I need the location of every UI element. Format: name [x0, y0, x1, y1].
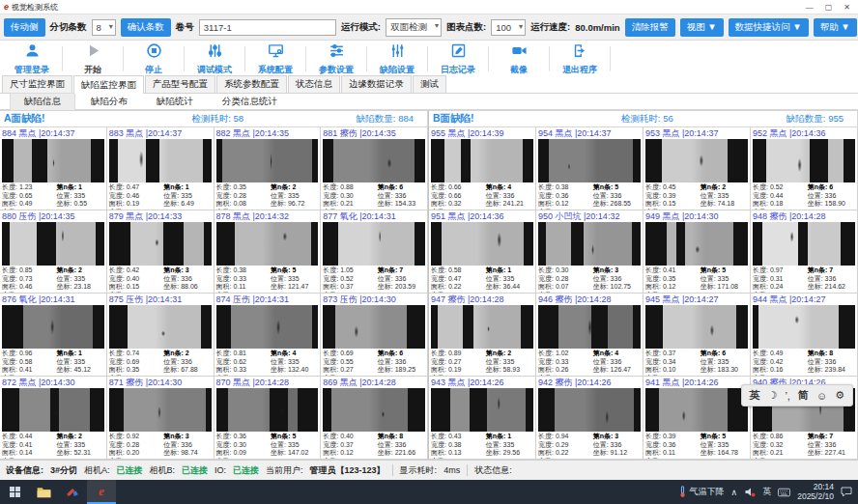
slit-count-select[interactable]: 8	[92, 19, 116, 36]
action-defect-settings-button[interactable]: 缺陷设置	[367, 42, 427, 76]
defect-panel-a: A面缺陷!检测耗时: 58缺陷数量: 884884 黑点 |20:14:37长度…	[0, 110, 429, 460]
defect-cell[interactable]: 884 黑点 |20:14:37长度: 1.23宽度: 0.65面积: 0.49…	[0, 127, 107, 210]
defect-cell[interactable]: 953 黑点 |20:14:37长度: 0.45宽度: 0.39面积: 0.15…	[644, 127, 751, 210]
taskbar-clock[interactable]: 20:14 2025/2/10	[797, 483, 834, 501]
action-stop-button[interactable]: 停止	[124, 42, 184, 76]
defect-cell[interactable]: 871 擦伤 |20:14:30长度: 0.92宽度: 0.28面积: 0.20…	[107, 377, 214, 460]
defect-meta: 长度: 0.35宽度: 0.28面积: 0.08米数: 0.37第n条: 2位置…	[216, 182, 319, 210]
subtab-2[interactable]: 缺陷统计	[143, 94, 207, 110]
defect-cell[interactable]: 943 黑点 |20:14:26长度: 0.43宽度: 0.38面积: 0.13…	[429, 377, 536, 460]
subtab-1[interactable]: 缺陷分布	[77, 94, 141, 110]
defect-meta: 长度: 0.44宽度: 0.41面积: 0.14米数: 0.35第n条: 2位置…	[2, 432, 104, 460]
defect-cell[interactable]: 873 压伤 |20:14:30长度: 0.69宽度: 0.55面积: 0.27…	[321, 294, 428, 377]
panel-title: B面缺陷!	[433, 112, 474, 126]
clear-alarm-button[interactable]: 清除报警	[625, 18, 675, 37]
defect-cell[interactable]: 952 黑点 |20:14:36长度: 0.52宽度: 0.44面积: 0.18…	[751, 127, 858, 210]
defect-cell[interactable]: 949 黑点 |20:14:30长度: 0.41宽度: 0.35面积: 0.12…	[644, 210, 751, 294]
defect-cell[interactable]: 944 黑点 |20:14:27长度: 0.49宽度: 0.42面积: 0.16…	[751, 294, 858, 377]
defect-cell[interactable]: 877 氧化 |20:14:31长度: 1.05宽度: 0.52面积: 0.37…	[321, 210, 428, 294]
ime-language-toggle[interactable]: 英	[750, 388, 760, 403]
meta-col-2: 第n条: 6位置: 336坐标: 154.33	[378, 183, 425, 210]
defect-cell[interactable]: 954 黑点 |20:14:37长度: 0.38宽度: 0.36面积: 0.12…	[536, 127, 644, 210]
pinned-app-icon[interactable]	[58, 480, 87, 504]
roll-number-input[interactable]	[199, 19, 336, 36]
ime-language-indicator[interactable]: 英	[762, 486, 771, 498]
action-log-button[interactable]: 日志记录	[428, 42, 488, 76]
roll-number-label: 卷号	[176, 21, 194, 34]
ime-fullhalf-moon-icon[interactable]: ☽	[768, 389, 778, 402]
meta-strip: 第n条: 1	[163, 183, 211, 192]
action-center-icon[interactable]	[841, 487, 852, 497]
tab-3[interactable]: 系统参数配置	[216, 75, 287, 93]
action-play-button[interactable]: 开始	[63, 42, 123, 76]
defect-cell[interactable]: 882 黑点 |20:14:35长度: 0.35宽度: 0.28面积: 0.08…	[214, 127, 322, 210]
defect-cell[interactable]: 955 黑点 |20:14:39长度: 0.66宽度: 0.66面积: 0.32…	[429, 127, 536, 210]
defect-thumbnail	[323, 305, 425, 349]
defect-cell[interactable]: 874 压伤 |20:14:31长度: 0.81宽度: 0.62面积: 0.33…	[214, 294, 322, 377]
defect-cell[interactable]: 881 擦伤 |20:14:35长度: 0.88宽度: 0.30面积: 0.21…	[321, 127, 428, 210]
run-mode-select[interactable]: 双面检测	[386, 18, 442, 37]
defect-cell[interactable]: 946 擦伤 |20:14:28长度: 1.02宽度: 0.33面积: 0.26…	[536, 294, 644, 377]
defect-cell[interactable]: 870 黑点 |20:14:28长度: 0.36宽度: 0.30面积: 0.09…	[214, 377, 322, 460]
tab-0[interactable]: 尺寸监控界面	[2, 75, 72, 93]
meta-length: 长度: 0.81	[216, 350, 272, 358]
defect-cell[interactable]: 948 擦伤 |20:14:28长度: 0.97宽度: 0.31面积: 0.24…	[751, 210, 858, 294]
meta-length: 长度: 0.88	[323, 183, 378, 192]
defect-cell[interactable]: 878 黑点 |20:14:32长度: 0.38宽度: 0.33面积: 0.11…	[214, 210, 322, 294]
tab-2[interactable]: 产品型号配置	[145, 75, 215, 93]
defect-cell[interactable]: 951 黑点 |20:14:36长度: 0.58宽度: 0.47面积: 0.22…	[429, 210, 536, 294]
defect-cell[interactable]: 875 压伤 |20:14:31长度: 0.74宽度: 0.69面积: 0.35…	[107, 294, 214, 377]
action-monitor-button[interactable]: 系统配置	[245, 42, 305, 76]
ime-simplified-toggle[interactable]: 简	[798, 388, 809, 403]
weather-tray-item[interactable]: 气温下降	[678, 486, 725, 498]
ime-emoji-icon[interactable]: ☺	[816, 390, 827, 402]
defect-cell[interactable]: 942 擦伤 |20:14:26长度: 0.94宽度: 0.29面积: 0.22…	[536, 377, 644, 460]
defect-cell[interactable]: 883 黑点 |20:14:37长度: 0.47宽度: 0.46面积: 0.19…	[107, 127, 214, 210]
file-explorer-icon[interactable]	[29, 480, 58, 504]
action-user-button[interactable]: 管理登录	[2, 42, 62, 76]
defect-cell-header: 946 擦伤 |20:14:28	[538, 294, 641, 305]
defect-cell[interactable]: 880 压伤 |20:14:35长度: 0.85宽度: 0.73面积: 0.46…	[0, 210, 107, 294]
subtab-0[interactable]: 缺陷信息	[10, 93, 75, 111]
action-camera-button[interactable]: 截像	[489, 42, 549, 76]
defect-cell[interactable]: 947 擦伤 |20:14:28长度: 0.89宽度: 0.27面积: 0.19…	[429, 294, 536, 377]
play-icon	[85, 42, 101, 63]
data-quick-access-menu-button[interactable]: 数据快捷访问 ▼	[729, 18, 809, 37]
chart-points-select[interactable]: 100	[491, 19, 526, 36]
action-params-button[interactable]: 参数设置	[306, 42, 366, 76]
confirm-count-button[interactable]: 确认条数	[121, 18, 171, 37]
action-debug-button[interactable]: 调试模式	[185, 42, 244, 76]
defect-cell[interactable]: 872 黑点 |20:14:30长度: 0.44宽度: 0.41面积: 0.14…	[0, 377, 107, 460]
drive-side-button[interactable]: 传动侧	[4, 18, 45, 37]
ime-settings-gear-icon[interactable]: ⚙	[835, 389, 844, 402]
tray-chevron-up[interactable]: ∧	[731, 488, 738, 497]
close-button[interactable]: ✕	[844, 3, 850, 12]
meta-coordinate: 坐标: 214.62	[808, 283, 855, 292]
help-menu-button[interactable]: 帮助 ▼	[814, 18, 857, 37]
start-button[interactable]	[0, 480, 29, 504]
defect-meta: 长度: 0.97宽度: 0.31面积: 0.24米数: 0.36第n条: 7位置…	[753, 266, 855, 294]
maximize-button[interactable]: ▢	[825, 3, 833, 12]
tab-5[interactable]: 边缘数据记录	[341, 75, 412, 93]
meta-col-1: 长度: 0.40宽度: 0.37面积: 0.12米数: 0.35	[323, 433, 378, 460]
defect-cell[interactable]: 879 黑点 |20:14:33长度: 0.42宽度: 0.40面积: 0.15…	[107, 210, 214, 294]
defect-cell[interactable]: 945 黑点 |20:14:27长度: 0.37宽度: 0.34面积: 0.10…	[644, 294, 751, 377]
subtab-3[interactable]: 分类信息统计	[209, 94, 291, 110]
tab-6[interactable]: 测试	[413, 75, 446, 93]
defect-meta: 长度: 0.37宽度: 0.34面积: 0.10米数: 0.36第n条: 6位置…	[645, 349, 748, 377]
tab-4[interactable]: 状态信息	[288, 75, 340, 93]
windows-logo-icon	[10, 487, 20, 497]
view-menu-button[interactable]: 视图 ▼	[680, 18, 724, 37]
defect-cell[interactable]: 941 黑点 |20:14:26长度: 0.39宽度: 0.36面积: 0.11…	[644, 377, 751, 460]
touch-keyboard-icon[interactable]	[778, 488, 790, 497]
ime-punctuation-toggle[interactable]: ’,	[785, 390, 790, 402]
defect-cell[interactable]: 876 氧化 |20:14:31长度: 0.96宽度: 0.58面积: 0.41…	[0, 294, 107, 377]
action-exit-button[interactable]: 退出程序	[550, 42, 610, 76]
defect-cell[interactable]: 950 小凹坑 |20:14:32长度: 0.30宽度: 0.28面积: 0.0…	[536, 210, 644, 294]
volume-icon[interactable]	[744, 487, 756, 497]
defect-meta: 长度: 0.85宽度: 0.73面积: 0.46米数: 0.36第n条: 2位置…	[2, 266, 104, 294]
defect-cell[interactable]: 869 黑点 |20:14:28长度: 0.40宽度: 0.37面积: 0.12…	[321, 377, 428, 460]
active-app-icon[interactable]: e	[87, 480, 116, 504]
minimize-button[interactable]: —	[806, 3, 814, 12]
tab-1[interactable]: 缺陷监控界面	[73, 75, 144, 94]
